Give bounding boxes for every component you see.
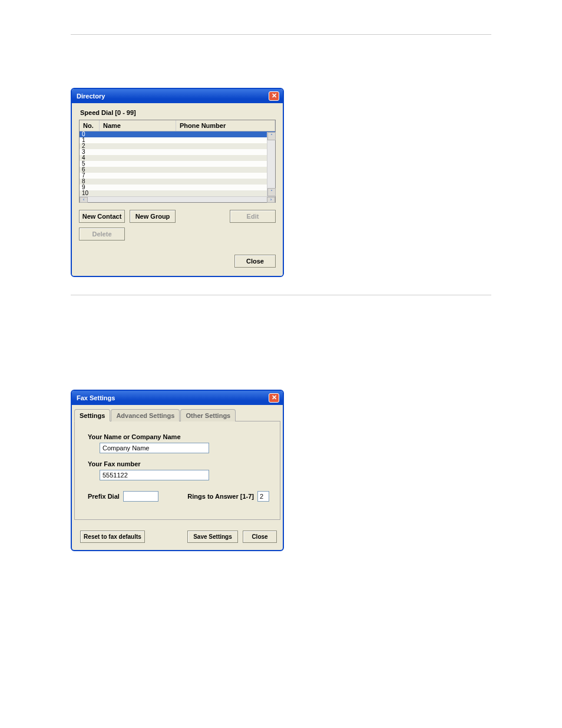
- divider-top: [71, 34, 491, 35]
- speed-dial-label: Speed Dial [0 - 99]: [79, 109, 276, 116]
- close-button[interactable]: Close: [234, 255, 276, 268]
- new-group-button[interactable]: New Group: [130, 210, 176, 223]
- table-row-4[interactable]: 4: [80, 155, 275, 161]
- company-name-input[interactable]: [100, 443, 209, 453]
- table-row-7[interactable]: 7: [80, 173, 275, 179]
- directory-titlebar[interactable]: Directory ✕: [72, 89, 283, 103]
- divider-middle: [71, 295, 491, 295]
- table-row-3[interactable]: 3: [80, 149, 275, 155]
- close-icon[interactable]: ✕: [269, 91, 279, 101]
- fax-number-input[interactable]: [100, 470, 209, 480]
- table-row-5[interactable]: 5: [80, 161, 275, 167]
- rings-to-answer-label: Rings to Answer [1-7]: [187, 493, 254, 500]
- new-contact-button[interactable]: New Contact: [79, 210, 125, 223]
- save-settings-button[interactable]: Save Settings: [187, 531, 238, 543]
- fax-settings-dialog: Fax Settings ✕ Settings Advanced Setting…: [71, 390, 284, 551]
- delete-button: Delete: [79, 228, 125, 241]
- fax-settings-title: Fax Settings: [75, 394, 115, 401]
- table-row-6[interactable]: 6: [80, 167, 275, 173]
- scroll-down-icon[interactable]: ˅: [267, 188, 276, 196]
- settings-tab-panel: Your Name or Company Name Your Fax numbe…: [74, 421, 280, 520]
- prefix-dial-input[interactable]: [123, 491, 158, 502]
- fax-close-button[interactable]: Close: [243, 531, 277, 543]
- table-row-1[interactable]: 1: [80, 137, 275, 143]
- table-row-0[interactable]: 0: [80, 131, 275, 137]
- table-row-9[interactable]: 9: [80, 185, 275, 190]
- tab-advanced-settings[interactable]: Advanced Settings: [111, 409, 180, 421]
- prefix-dial-label: Prefix Dial: [88, 493, 120, 500]
- scroll-up-icon[interactable]: ˄: [267, 132, 276, 140]
- table-row-2[interactable]: 2: [80, 143, 275, 149]
- scroll-right-icon[interactable]: ›: [267, 197, 275, 203]
- tab-other-settings[interactable]: Other Settings: [180, 409, 236, 421]
- table-header-row: No. Name Phone Number: [80, 120, 275, 131]
- horizontal-scrollbar[interactable]: ‹ ›: [80, 196, 275, 202]
- scroll-left-icon[interactable]: ‹: [80, 197, 88, 203]
- table-row-10[interactable]: 10: [80, 190, 275, 196]
- header-no[interactable]: No.: [80, 120, 100, 131]
- reset-defaults-button[interactable]: Reset to fax defaults: [80, 531, 145, 543]
- vertical-scrollbar[interactable]: ˄ ˅: [267, 132, 275, 196]
- fax-number-label: Your Fax number: [88, 460, 269, 467]
- tab-settings[interactable]: Settings: [74, 409, 110, 421]
- name-label: Your Name or Company Name: [88, 433, 269, 440]
- table-row-8[interactable]: 8: [80, 179, 275, 185]
- directory-dialog: Directory ✕ Speed Dial [0 - 99] No. Name…: [71, 88, 284, 277]
- rings-to-answer-input[interactable]: [257, 491, 269, 502]
- edit-button: Edit: [230, 210, 276, 223]
- fax-settings-titlebar[interactable]: Fax Settings ✕: [72, 391, 283, 405]
- directory-title: Directory: [75, 93, 105, 100]
- header-phone[interactable]: Phone Number: [176, 120, 275, 131]
- speed-dial-table: No. Name Phone Number 0 1 2 3 4 5 6 7 8: [79, 120, 276, 203]
- header-name[interactable]: Name: [100, 120, 176, 131]
- close-icon[interactable]: ✕: [269, 393, 279, 403]
